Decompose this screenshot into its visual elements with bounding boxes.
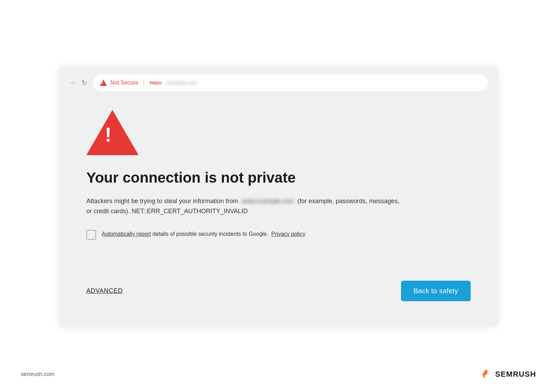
back-to-safety-button[interactable]: Back to safety xyxy=(401,281,471,301)
footer-domain: semrush.com xyxy=(21,371,54,377)
security-warning-icon xyxy=(100,80,107,86)
reload-icon[interactable]: ↻ xyxy=(81,79,87,87)
url-protocol: https: xyxy=(150,80,163,86)
report-checkbox[interactable] xyxy=(86,230,96,240)
error-content-area: Your connection is not private Attackers… xyxy=(69,99,488,315)
large-warning-icon xyxy=(86,110,139,155)
not-secure-label: Not Secure xyxy=(110,80,138,86)
footer: semrush.com SEMRUSH xyxy=(0,367,557,382)
address-bar-row: → ↻ Not Secure | https: example.com xyxy=(69,74,488,91)
address-bar[interactable]: Not Secure | https: example.com xyxy=(93,74,488,91)
description-prefix: Attackers might be trying to steal your … xyxy=(86,198,238,205)
semrush-flame-icon xyxy=(478,367,492,382)
semrush-brand-name: SEMRUSH xyxy=(495,370,536,379)
checkbox-label-rest: details of possible security incidents t… xyxy=(151,231,268,237)
blurred-domain: www.example.com xyxy=(242,196,294,206)
advanced-link[interactable]: ADVANCED xyxy=(86,287,123,295)
back-icon[interactable]: → xyxy=(69,79,76,87)
privacy-policy-link[interactable]: Privacy policy xyxy=(271,231,305,237)
action-row: ADVANCED Back to safety xyxy=(86,281,471,301)
error-description: Attackers might be trying to steal your … xyxy=(86,196,400,216)
checkbox-label: Automatically report details of possible… xyxy=(102,230,305,238)
error-headline: Your connection is not private xyxy=(86,169,471,186)
browser-window: → ↻ Not Secure | https: example.com Your… xyxy=(59,66,498,326)
report-checkbox-row: Automatically report details of possible… xyxy=(86,230,471,240)
semrush-logo: SEMRUSH xyxy=(478,367,536,382)
url-divider: | xyxy=(143,79,145,86)
url-domain: example.com xyxy=(166,80,197,86)
automatically-report-link[interactable]: Automatically report xyxy=(102,231,151,237)
